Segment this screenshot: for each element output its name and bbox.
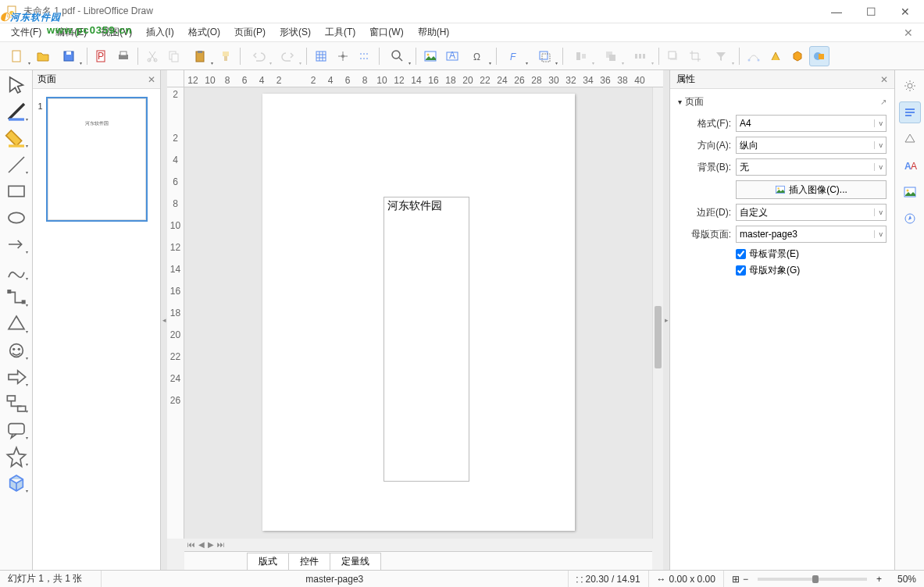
block-arrow-tool[interactable]: ▾ <box>5 367 28 387</box>
master-obj-checkbox[interactable] <box>736 265 746 276</box>
margin-select[interactable]: 自定义v <box>736 204 887 221</box>
menu-file[interactable]: 文件(F) <box>5 24 48 41</box>
minimize-button[interactable]: — <box>827 5 846 18</box>
vertical-scrollbar[interactable] <box>652 87 663 539</box>
rectangle-tool[interactable] <box>5 181 28 201</box>
master-bg-checkbox[interactable] <box>736 249 746 259</box>
menu-format[interactable]: 格式(O) <box>182 24 227 41</box>
flowchart-tool[interactable]: ▾ <box>5 393 28 414</box>
ruler-horizontal[interactable]: 1210864224681012141618202224262830323436… <box>184 70 663 87</box>
guides-button[interactable] <box>355 46 375 66</box>
snap-button[interactable] <box>333 46 353 66</box>
export-pdf-button[interactable]: P <box>91 46 112 66</box>
insert-image-button-panel[interactable]: 插入图像(C)... <box>736 180 887 199</box>
splitter-left[interactable]: ◂ <box>161 70 167 570</box>
sidebar-gallery-icon[interactable] <box>899 181 921 203</box>
tab-layout[interactable]: 版式 <box>247 553 289 570</box>
horizontal-scrollbar[interactable]: ⏮ ◀ ▶ ⏭ <box>184 539 652 551</box>
background-select[interactable]: 无v <box>736 158 887 176</box>
select-tool[interactable] <box>5 75 28 95</box>
filter-button[interactable]: ▾ <box>707 46 735 66</box>
open-button[interactable] <box>33 46 53 66</box>
sidebar-styles-icon[interactable]: AA <box>899 155 921 176</box>
connector-tool[interactable]: ▾ <box>5 287 28 308</box>
shapes-toggle-button[interactable] <box>809 46 829 66</box>
copy-button[interactable] <box>164 46 184 66</box>
canvas-viewport[interactable]: 河东软件园 <box>184 87 652 539</box>
redo-button[interactable]: ▾ <box>274 46 302 66</box>
menu-help[interactable]: 帮助(H) <box>412 24 456 41</box>
menu-view[interactable]: 视图(V) <box>95 24 138 41</box>
ellipse-tool[interactable] <box>5 208 28 228</box>
pages-panel-close-icon[interactable]: ✕ <box>148 74 155 85</box>
ruler-vertical[interactable]: 22468101214161820222426 <box>167 87 184 539</box>
arrow-tool[interactable]: ▾ <box>5 234 28 254</box>
sidebar-navigator-icon[interactable] <box>899 208 921 229</box>
sidebar-settings-icon[interactable] <box>899 75 921 97</box>
zoom-slider[interactable] <box>758 578 867 581</box>
glue-button[interactable] <box>765 46 786 66</box>
properties-close-icon[interactable]: ✕ <box>880 74 888 85</box>
tab-controls[interactable]: 控件 <box>288 553 330 570</box>
fill-color-tool[interactable]: ▾ <box>5 128 28 148</box>
paste-button[interactable]: ▾ <box>186 46 214 66</box>
special-char-button[interactable]: Ω▾ <box>464 46 492 66</box>
line-color-tool[interactable]: ▾ <box>5 101 28 122</box>
save-button[interactable]: ▾ <box>55 46 83 66</box>
3d-tool[interactable]: ▾ <box>5 473 28 493</box>
text-box[interactable]: 河东软件园 <box>384 197 469 482</box>
basic-shapes-tool[interactable]: ▾ <box>5 314 28 334</box>
menu-insert[interactable]: 插入(I) <box>140 24 180 41</box>
zoom-in-icon[interactable]: + <box>876 574 882 585</box>
nav-first-icon[interactable]: ⏮ <box>187 540 195 549</box>
line-tool[interactable]: ▾ <box>5 155 28 175</box>
nav-prev-icon[interactable]: ◀ <box>198 540 205 549</box>
nav-next-icon[interactable]: ▶ <box>208 540 214 549</box>
star-tool[interactable]: ▾ <box>5 446 28 467</box>
crop-button[interactable] <box>685 46 705 66</box>
extrude-button[interactable] <box>787 46 808 66</box>
splitter-right[interactable]: ▸ <box>663 70 669 570</box>
zoom-out-icon[interactable]: − <box>743 574 748 585</box>
grid-button[interactable] <box>311 46 331 66</box>
maximize-button[interactable]: ☐ <box>862 5 880 18</box>
sidebar-properties-icon[interactable] <box>899 101 921 123</box>
close-button[interactable]: ✕ <box>896 5 915 18</box>
distribute-button[interactable]: ▾ <box>626 46 655 66</box>
tab-dimlines[interactable]: 定量线 <box>330 553 381 570</box>
nav-last-icon[interactable]: ⏭ <box>217 540 225 549</box>
new-button[interactable]: ▾ <box>3 46 31 66</box>
menu-window[interactable]: 窗口(W) <box>363 24 409 41</box>
shadow-button[interactable] <box>663 46 683 66</box>
cut-button[interactable] <box>142 46 162 66</box>
insert-image-button[interactable] <box>420 46 441 66</box>
align-button[interactable]: ▾ <box>567 46 595 66</box>
format-select[interactable]: A4v <box>736 115 887 132</box>
menu-shape[interactable]: 形状(S) <box>273 24 317 41</box>
section-more-icon[interactable]: ↗ <box>880 98 887 106</box>
zoom-fit-icon[interactable]: ⊞ <box>732 574 740 585</box>
page-thumbnail[interactable]: 1 河东软件园 <box>46 97 148 222</box>
section-caret-icon[interactable]: ▾ <box>678 98 682 106</box>
transform-button[interactable]: ▾ <box>530 46 558 66</box>
page-canvas[interactable]: 河东软件园 <box>262 94 575 531</box>
master-select[interactable]: master-page3v <box>736 226 887 243</box>
undo-button[interactable]: ▾ <box>244 46 273 66</box>
menu-edit[interactable]: 编辑(E) <box>49 24 93 41</box>
callout-tool[interactable]: ▾ <box>5 420 28 440</box>
menubar-close-icon[interactable]: ✕ <box>897 27 919 39</box>
menu-page[interactable]: 页面(P) <box>228 24 272 41</box>
orientation-select[interactable]: 纵向v <box>736 137 887 154</box>
fontwork-button[interactable]: F▾ <box>501 46 529 66</box>
clone-format-button[interactable] <box>216 46 236 66</box>
sidebar-shapes-icon[interactable] <box>899 128 921 150</box>
zoom-button[interactable]: ▾ <box>384 46 412 66</box>
arrange-button[interactable]: ▾ <box>597 46 625 66</box>
curve-tool[interactable]: ▾ <box>5 261 28 281</box>
zoom-value[interactable]: 50% <box>885 574 916 585</box>
points-button[interactable] <box>744 46 764 66</box>
menu-tools[interactable]: 工具(T) <box>319 24 362 41</box>
print-button[interactable] <box>113 46 134 66</box>
symbol-tool[interactable]: ▾ <box>5 340 28 361</box>
textbox-button[interactable]: A <box>442 46 462 66</box>
